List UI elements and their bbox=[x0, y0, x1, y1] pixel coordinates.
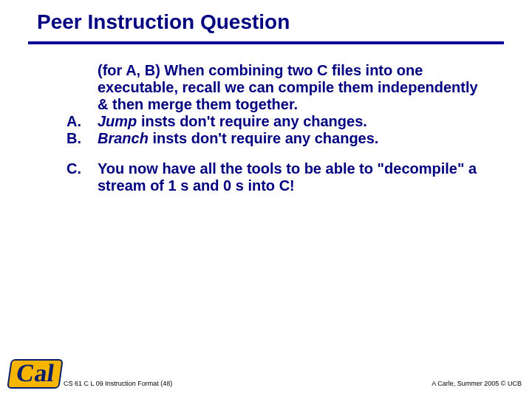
option-a-row: A. Jump insts don't require any changes. bbox=[66, 113, 488, 130]
footer-right-text: A Carle, Summer 2005 © UCB bbox=[432, 380, 522, 387]
option-b-row: B. Branch insts don't require any change… bbox=[66, 130, 488, 147]
option-b-rest: insts don't require any changes. bbox=[149, 130, 379, 146]
footer: Cal CS 61 C L 09 Instruction Format (48)… bbox=[0, 355, 532, 392]
intro-paragraph: (for A, B) When combining two C files in… bbox=[98, 62, 488, 113]
option-a-rest: insts don't require any changes. bbox=[137, 113, 367, 129]
slide: Peer Instruction Question (for A, B) Whe… bbox=[0, 0, 532, 399]
option-b-label: B. bbox=[66, 130, 98, 147]
body-text: (for A, B) When combining two C files in… bbox=[0, 44, 532, 194]
cal-logo-text: Cal bbox=[7, 359, 64, 389]
option-a-label: A. bbox=[66, 113, 98, 130]
option-c-text: You now have all the tools to be able to… bbox=[98, 160, 488, 194]
cal-logo: Cal bbox=[9, 359, 61, 389]
option-a-emph: Jump bbox=[98, 113, 137, 129]
spacer bbox=[66, 147, 488, 160]
option-b-text: Branch insts don't require any changes. bbox=[98, 130, 488, 147]
page-title: Peer Instruction Question bbox=[0, 0, 532, 38]
option-c-row: C. You now have all the tools to be able… bbox=[66, 160, 488, 194]
option-c-label: C. bbox=[66, 160, 98, 194]
option-a-text: Jump insts don't require any changes. bbox=[98, 113, 488, 130]
option-b-emph: Branch bbox=[98, 130, 149, 146]
footer-left-text: CS 61 C L 09 Instruction Format (48) bbox=[64, 380, 172, 387]
